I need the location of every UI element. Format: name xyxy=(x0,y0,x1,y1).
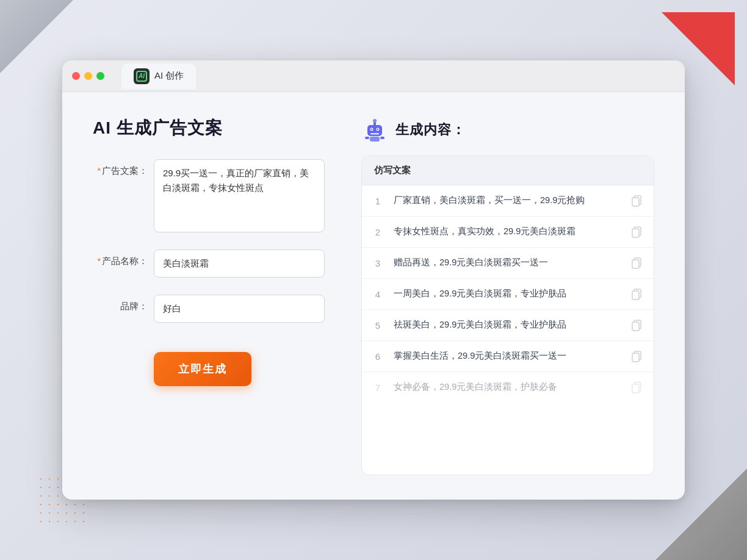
ad-copy-input[interactable] xyxy=(154,159,325,232)
table-row: 7女神必备，29.9元美白淡斑霜，护肤必备 xyxy=(362,372,654,403)
minimize-button[interactable] xyxy=(84,72,92,80)
table-header: 仿写文案 xyxy=(362,156,654,185)
browser-window: AI AI 创作 AI 生成广告文案 *广告文案： *产品名称： xyxy=(62,60,685,500)
tab-ai-creation[interactable]: AI AI 创作 xyxy=(121,63,196,89)
required-star-2: * xyxy=(97,256,101,266)
left-panel: AI 生成广告文案 *广告文案： *产品名称： 品牌： 立 xyxy=(93,117,325,475)
svg-rect-9 xyxy=(365,137,369,139)
copy-button[interactable] xyxy=(630,350,644,363)
svg-rect-7 xyxy=(370,133,379,135)
svg-rect-22 xyxy=(632,353,639,362)
row-text: 专抹女性斑点，真实功效，29.9元美白淡斑霜 xyxy=(394,225,621,239)
row-number: 7 xyxy=(372,382,384,393)
row-text: 一周美白，29.9元美白淡斑霜，专业护肤品 xyxy=(394,287,621,301)
row-text: 祛斑美白，29.9元美白淡斑霜，专业护肤品 xyxy=(394,318,621,332)
row-number: 6 xyxy=(372,351,384,362)
close-button[interactable] xyxy=(72,72,80,80)
copy-button[interactable] xyxy=(630,225,644,239)
ad-copy-label: *广告文案： xyxy=(93,159,148,177)
maximize-button[interactable] xyxy=(96,72,104,80)
copy-button[interactable] xyxy=(630,287,644,301)
table-row: 4一周美白，29.9元美白淡斑霜，专业护肤品 xyxy=(362,279,654,310)
product-name-label: *产品名称： xyxy=(93,249,148,267)
row-text: 掌握美白生活，29.9元美白淡斑霜买一送一 xyxy=(394,350,621,363)
row-number: 3 xyxy=(372,258,384,268)
ai-icon-text: AI xyxy=(139,73,145,79)
svg-rect-14 xyxy=(632,229,639,237)
row-text: 赠品再送，29.9元美白淡斑霜买一送一 xyxy=(394,256,621,270)
svg-point-6 xyxy=(377,129,378,130)
table-row: 5祛斑美白，29.9元美白淡斑霜，专业护肤品 xyxy=(362,310,654,341)
result-table: 仿写文案 1厂家直销，美白淡斑霜，买一送一，29.9元抢购 2专抹女性斑点，真实… xyxy=(361,156,654,475)
svg-rect-18 xyxy=(632,291,639,300)
table-row: 3赠品再送，29.9元美白淡斑霜买一送一 xyxy=(362,248,654,279)
table-row: 6掌握美白生活，29.9元美白淡斑霜买一送一 xyxy=(362,341,654,372)
copy-button[interactable] xyxy=(630,194,644,207)
copy-button[interactable] xyxy=(630,256,644,270)
svg-rect-12 xyxy=(632,198,639,206)
row-text: 厂家直销，美白淡斑霜，买一送一，29.9元抢购 xyxy=(394,194,621,207)
svg-rect-16 xyxy=(632,260,639,268)
row-number: 5 xyxy=(372,320,384,331)
row-text: 女神必备，29.9元美白淡斑霜，护肤必备 xyxy=(394,381,621,394)
product-name-input[interactable] xyxy=(154,249,325,278)
row-number: 4 xyxy=(372,289,384,300)
row-number: 1 xyxy=(372,196,384,206)
generate-button[interactable]: 立即生成 xyxy=(154,352,251,386)
required-star: * xyxy=(97,165,101,176)
product-name-group: *产品名称： xyxy=(93,249,325,278)
copy-button[interactable] xyxy=(630,318,644,332)
brand-group: 品牌： xyxy=(93,295,325,323)
result-title: 生成内容： xyxy=(395,121,466,139)
copy-button[interactable] xyxy=(630,381,644,394)
table-row: 2专抹女性斑点，真实功效，29.9元美白淡斑霜 xyxy=(362,217,654,248)
brand-input[interactable] xyxy=(154,295,325,323)
svg-point-5 xyxy=(371,129,372,130)
svg-rect-10 xyxy=(380,137,384,139)
result-header: 生成内容： xyxy=(361,117,654,143)
svg-point-2 xyxy=(373,119,377,123)
traffic-lights xyxy=(72,72,104,80)
table-row: 1厂家直销，美白淡斑霜，买一送一，29.9元抢购 xyxy=(362,185,654,217)
tab-label: AI 创作 xyxy=(154,70,184,82)
robot-icon xyxy=(361,117,388,143)
brand-label: 品牌： xyxy=(93,295,148,312)
svg-rect-8 xyxy=(370,137,380,142)
svg-rect-24 xyxy=(632,384,639,393)
ai-tab-icon: AI xyxy=(134,68,150,84)
page-title: AI 生成广告文案 xyxy=(93,117,325,140)
right-panel: 生成内容： 仿写文案 1厂家直销，美白淡斑霜，买一送一，29.9元抢购 2专抹女… xyxy=(361,117,654,475)
ad-copy-group: *广告文案： xyxy=(93,159,325,232)
main-content: AI 生成广告文案 *广告文案： *产品名称： 品牌： 立 xyxy=(62,92,685,500)
row-number: 2 xyxy=(372,227,384,237)
title-bar: AI AI 创作 xyxy=(62,60,685,92)
svg-rect-20 xyxy=(632,322,639,331)
